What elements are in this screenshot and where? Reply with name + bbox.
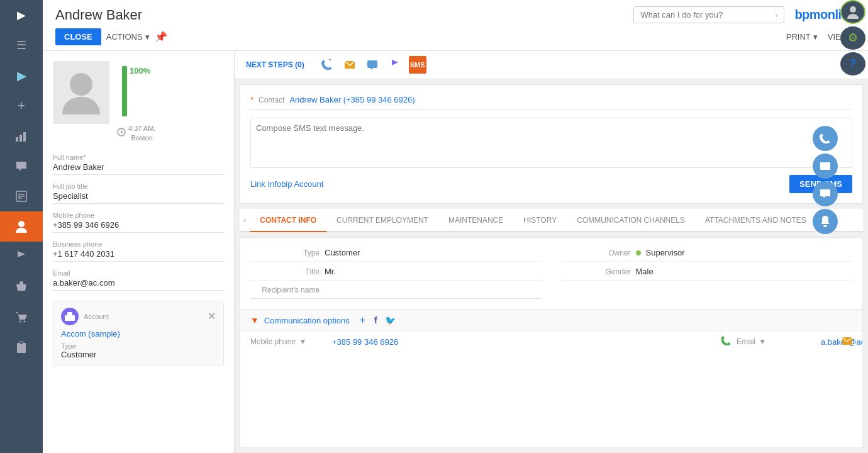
nav-orders[interactable]	[0, 272, 43, 302]
business-value: +1 617 440 2031	[53, 249, 224, 262]
tab-contact-info[interactable]: CONTACT INFO	[250, 210, 326, 232]
ci-gender-value: Male	[636, 267, 654, 276]
mobile-value: +385 99 346 6926	[53, 220, 224, 233]
avatar-section: 100% 4:37 AM,Boston	[53, 61, 224, 143]
comm-phone-icon[interactable]	[721, 335, 732, 348]
sms-contact-row: * Contact Andrew Baker (+385 99 346 6926…	[250, 95, 852, 110]
actions-button[interactable]: ACTIONS ▾	[106, 32, 150, 42]
progress-bar	[122, 66, 127, 116]
nav-flag[interactable]	[0, 242, 43, 272]
sms-message-input[interactable]	[250, 118, 852, 168]
nav-home[interactable]: ▶	[0, 60, 43, 91]
ci-owner-label: Owner	[562, 249, 631, 257]
comm-options-header: ▼ Communication options + f 🐦	[240, 309, 862, 331]
facebook-icon[interactable]: f	[374, 315, 377, 325]
nav-clipboard[interactable]	[0, 332, 43, 362]
account-remove-button[interactable]: ✕	[208, 310, 216, 322]
svg-point-14	[70, 73, 92, 96]
comm-email-icon[interactable]	[842, 336, 852, 347]
tab-current-employment[interactable]: CURRENT EMPLOYMENT	[326, 210, 438, 232]
page-header: Andrew Baker › bpmonline CLOSE ACTIONS ▾…	[43, 0, 868, 51]
nav-expand[interactable]: ▶	[0, 0, 43, 30]
link-infobip-button[interactable]: Link Infobip Account	[250, 179, 323, 189]
mobile-field: Mobile phone +385 99 346 6926	[53, 211, 224, 233]
tab-maintenance[interactable]: MAINTENANCE	[438, 210, 513, 232]
print-button[interactable]: PRINT ▾	[786, 32, 818, 42]
ci-gender-label: Gender	[562, 267, 631, 276]
nav-chat[interactable]	[0, 151, 43, 181]
tab-history[interactable]: HISTORY	[513, 210, 567, 232]
user-avatar[interactable]	[840, 0, 865, 24]
search-chevron-icon: ›	[775, 11, 777, 20]
email-label: Email	[53, 269, 224, 277]
nav-chart[interactable]	[0, 121, 43, 151]
help-button[interactable]: ?	[840, 52, 865, 76]
progress-section: 100%	[122, 66, 150, 116]
svg-rect-0	[16, 137, 18, 142]
floating-action-buttons	[813, 126, 838, 234]
comm-mobile-value[interactable]: +385 99 346 6926	[332, 337, 398, 347]
ci-recipient-label: Recipient's name	[250, 286, 320, 294]
sms-contact-value[interactable]: Andrew Baker (+385 99 346 6926)	[289, 95, 415, 104]
contact-info-section: Type Customer Owner Supervisor Title Mr.	[240, 237, 863, 448]
call-activity-icon[interactable]	[318, 56, 336, 74]
ci-title-field: Title Mr.	[250, 267, 542, 281]
tabs-prev-button[interactable]: ‹	[240, 209, 250, 231]
contact-left-panel: 100% 4:37 AM,Boston Full name* Andrew Ba…	[43, 51, 235, 453]
quick-call-button[interactable]	[813, 126, 838, 151]
email-activity-icon[interactable]	[341, 56, 359, 74]
nav-contacts[interactable]	[0, 211, 43, 242]
right-panel: NEXT STEPS (0) SMS ∧	[235, 51, 868, 453]
nav-menu[interactable]: ☰	[0, 30, 43, 60]
mobile-dropdown-icon[interactable]: ▼	[299, 337, 306, 346]
quick-notify-button[interactable]	[813, 209, 838, 234]
svg-point-12	[850, 6, 856, 13]
tab-attachments[interactable]: ATTACHMENTS AND NOTES	[695, 210, 816, 232]
comm-mobile-label: Mobile phone ▼	[250, 337, 332, 346]
pin-icon[interactable]: 📌	[155, 31, 167, 43]
account-label: Account	[84, 313, 203, 320]
contact-time: 4:37 AM,Boston	[128, 124, 155, 143]
quick-chat-button[interactable]	[813, 181, 838, 206]
account-type-label: Type	[61, 342, 216, 350]
ci-owner-green-dot	[636, 250, 641, 255]
svg-rect-17	[67, 312, 72, 316]
left-navigation: ▶ ☰ ▶ +	[0, 0, 43, 453]
comm-add-button[interactable]: +	[360, 315, 365, 326]
account-name-link[interactable]: Accom (sample)	[61, 329, 216, 338]
nav-add[interactable]: +	[0, 91, 43, 121]
search-input[interactable]	[640, 10, 772, 20]
comm-mobile-row: Mobile phone ▼ +385 99 346 6926 Email ▼ …	[240, 331, 862, 352]
comm-options-toggle[interactable]: ▼	[250, 315, 259, 325]
jobtitle-value: Specialist	[53, 191, 224, 204]
twitter-icon[interactable]: 🐦	[385, 315, 396, 325]
email-dropdown-icon[interactable]: ▼	[759, 337, 766, 346]
nav-cart[interactable]	[0, 302, 43, 332]
sms-panel: * Contact Andrew Baker (+385 99 346 6926…	[240, 84, 863, 204]
svg-point-9	[24, 321, 26, 323]
ci-owner-field: Owner Supervisor	[562, 248, 853, 262]
fullname-value: Andrew Baker	[53, 162, 224, 175]
flag-activity-icon[interactable]	[386, 56, 404, 74]
tab-communication-channels[interactable]: COMMUNICATION CHANNELS	[567, 210, 695, 232]
ci-type-field: Type Customer	[250, 248, 542, 262]
svg-rect-11	[19, 342, 23, 344]
actions-chevron-icon: ▾	[145, 32, 150, 42]
sms-contact-label: Contact	[259, 96, 284, 104]
close-button[interactable]: CLOSE	[55, 28, 101, 45]
sms-activity-icon[interactable]: SMS	[409, 56, 426, 74]
quick-email-button[interactable]	[813, 154, 838, 179]
next-steps-tab[interactable]: NEXT STEPS (0)	[242, 58, 308, 72]
content-area: 100% 4:37 AM,Boston Full name* Andrew Ba…	[43, 51, 868, 453]
email-value: a.baker@ac.com	[53, 278, 224, 291]
nav-reports[interactable]	[0, 181, 43, 211]
top-right-controls: ⚙ ?	[838, 0, 868, 76]
account-icon	[61, 308, 79, 325]
settings-button[interactable]: ⚙	[840, 26, 865, 50]
contact-info-grid: Type Customer Owner Supervisor Title Mr.	[240, 238, 862, 309]
header-right: › bpmonline	[633, 6, 855, 23]
toolbar: CLOSE ACTIONS ▾ 📌 PRINT ▾ VIEW ▾	[55, 28, 855, 50]
chat-activity-icon[interactable]	[364, 56, 381, 74]
account-header: Account ✕	[61, 308, 216, 325]
search-box[interactable]: ›	[633, 6, 784, 23]
